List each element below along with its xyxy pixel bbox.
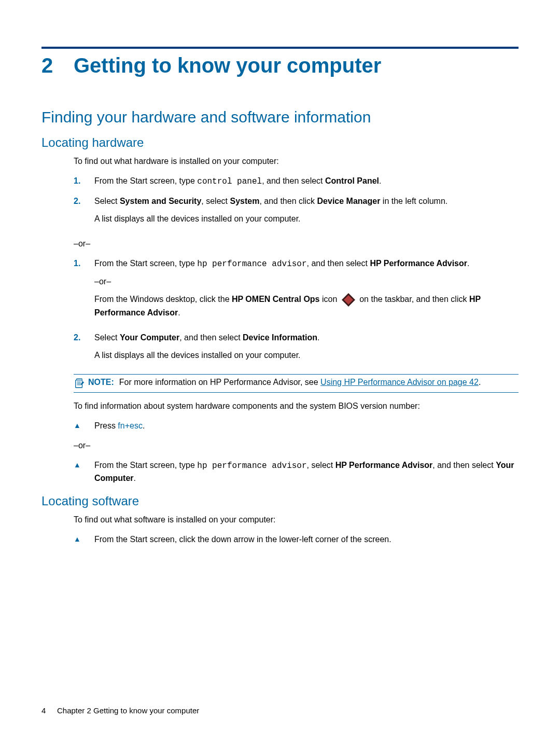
text: on the taskbar, and then click [357, 295, 469, 303]
text: . [379, 176, 381, 185]
list-marker: 2. [74, 195, 94, 208]
bullet-marker: ▲ [74, 533, 94, 545]
or-inner: –or– [94, 275, 519, 288]
listB-item2: 2. Select Your Computer, and then select… [74, 331, 519, 367]
code-text: hp performance advisor [197, 461, 306, 471]
page-number: 4 [41, 706, 57, 715]
text: Press [94, 421, 118, 430]
software-bullet: ▲ From the Start screen, click the down … [74, 533, 519, 546]
footer-text: Chapter 2 Getting to know your computer [57, 706, 199, 715]
bullet-text: From the Start screen, type hp performan… [94, 459, 519, 485]
or-separator: –or– [74, 238, 519, 250]
text: , select [307, 461, 335, 469]
bullet-text: Press fn+esc. [94, 420, 519, 432]
list-item-text: Select System and Security, select Syste… [94, 195, 519, 230]
text: From the Start screen, type [94, 461, 197, 469]
bold-text: Device Information [243, 333, 317, 342]
bold-text: Control Panel [325, 176, 379, 185]
text: , and then select [179, 333, 243, 342]
note-box: NOTE:For more information on HP Performa… [74, 374, 519, 393]
key-text: esc [130, 421, 143, 430]
text: . [479, 378, 481, 386]
listA-item2-follow: A list displays all the devices installe… [94, 213, 519, 225]
text: Select [94, 197, 120, 205]
key-text: fn [118, 421, 124, 430]
text: . [134, 474, 136, 482]
bios-bullet1: ▲ Press fn+esc. [74, 420, 519, 432]
listA-item1: 1. From the Start screen, type control p… [74, 175, 519, 188]
note-link[interactable]: Using HP Performance Advisor on page 42 [320, 378, 479, 386]
text: , and then click [259, 197, 317, 205]
chapter-title-text: Getting to know your computer [74, 54, 381, 77]
bold-text: HP Performance Advisor [335, 461, 433, 469]
text: From the Start screen, type [94, 176, 197, 185]
software-intro: To find out what software is installed o… [74, 514, 519, 526]
bios-intro: To find information about system hardwar… [74, 400, 519, 412]
text: in the left column. [380, 197, 447, 205]
text: , select [201, 197, 230, 205]
bold-text: Device Manager [317, 197, 381, 205]
document-page: 2Getting to know your computer Finding y… [0, 0, 560, 746]
list-item-text: Select Your Computer, and then select De… [94, 331, 519, 367]
bold-text: System [230, 197, 259, 205]
bullet-text: From the Start screen, click the down ar… [94, 533, 519, 546]
list-item-text: From the Start screen, type hp performan… [94, 257, 519, 324]
bold-text: System and Security [120, 197, 201, 205]
text: icon [320, 295, 340, 303]
note-content: NOTE:For more information on HP Performa… [88, 378, 519, 387]
omen-icon [342, 293, 355, 307]
bold-text: Your Computer [120, 333, 179, 342]
text: , and then select [262, 176, 325, 185]
code-text: control panel [197, 177, 262, 186]
code-text: hp performance advisor [197, 259, 306, 269]
listB-item2-follow: A list displays all the devices installe… [94, 349, 519, 362]
hardware-body: To find out what hardware is installed o… [74, 155, 519, 367]
text: , and then select [432, 461, 496, 469]
bullet-marker: ▲ [74, 420, 94, 431]
bold-text: HP Performance Advisor [370, 259, 467, 268]
list-marker: 1. [74, 175, 94, 187]
text: Select [94, 333, 120, 342]
text: . [178, 308, 180, 317]
text: From the Start screen, type [94, 259, 197, 268]
list-marker: 1. [74, 257, 94, 270]
bios-body: To find information about system hardwar… [74, 400, 519, 485]
section-heading: Finding your hardware and software infor… [41, 108, 519, 126]
text: From the Windows desktop, click the [94, 295, 232, 303]
list-marker: 2. [74, 331, 94, 344]
text: For more information on HP Performance A… [119, 378, 320, 386]
or-separator: –or– [74, 439, 519, 452]
list-item-text: From the Start screen, type control pane… [94, 175, 519, 188]
page-footer: 4Chapter 2 Getting to know your computer [41, 706, 199, 715]
subsection-heading-software: Locating software [41, 494, 519, 508]
text: . [143, 421, 145, 430]
top-rule [41, 47, 519, 49]
bios-bullet2: ▲ From the Start screen, type hp perform… [74, 459, 519, 485]
key-plus: + [125, 421, 130, 430]
listA-item2: 2. Select System and Security, select Sy… [74, 195, 519, 230]
text: , and then select [307, 259, 370, 268]
desktop-line: From the Windows desktop, click the HP O… [94, 293, 519, 319]
note-icon [74, 378, 86, 389]
listB-item1: 1. From the Start screen, type hp perfor… [74, 257, 519, 324]
chapter-number: 2 [41, 54, 74, 77]
note-label: NOTE: [88, 378, 114, 386]
hardware-intro: To find out what hardware is installed o… [74, 155, 519, 168]
text: . [467, 259, 469, 268]
bold-text: HP OMEN Central Ops [232, 295, 320, 303]
subsection-heading-hardware: Locating hardware [41, 135, 519, 150]
bullet-marker: ▲ [74, 459, 94, 471]
software-body: To find out what software is installed o… [74, 514, 519, 546]
text: . [317, 333, 319, 342]
chapter-title: 2Getting to know your computer [41, 54, 519, 77]
